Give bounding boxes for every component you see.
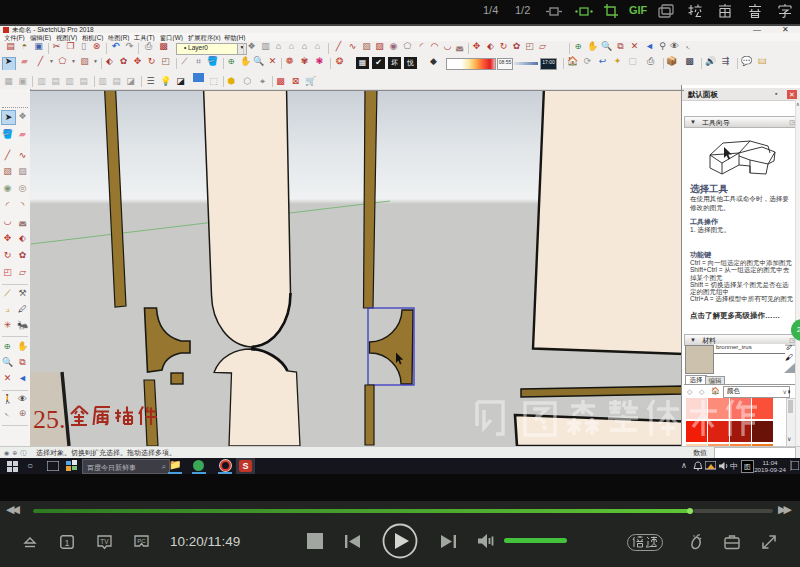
svg-text:25.: 25.	[33, 405, 66, 434]
svg-text:TV: TV	[100, 538, 109, 545]
svg-text:1: 1	[64, 538, 69, 548]
svg-text:PC: PC	[137, 538, 146, 544]
